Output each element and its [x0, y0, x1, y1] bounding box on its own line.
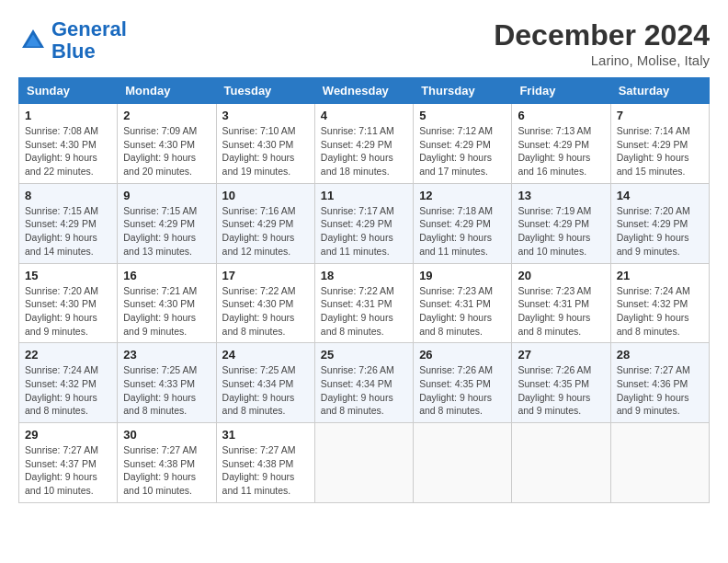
day-number: 11	[321, 189, 407, 202]
day-number: 21	[617, 269, 703, 282]
day-info: Sunrise: 7:10 AMSunset: 4:30 PMDaylight:…	[222, 124, 309, 178]
page-header: General Blue December 2024 Larino, Molis…	[18, 18, 710, 68]
day-number: 5	[419, 109, 506, 122]
day-info: Sunrise: 7:16 AMSunset: 4:29 PMDaylight:…	[222, 204, 309, 259]
day-cell-23: 23 Sunrise: 7:25 AMSunset: 4:33 PMDaylig…	[118, 343, 216, 423]
day-cell-1: 1 Sunrise: 7:08 AMSunset: 4:30 PMDayligh…	[19, 104, 118, 184]
day-number: 13	[518, 189, 604, 202]
day-cell-10: 10 Sunrise: 7:16 AMSunset: 4:29 PMDaylig…	[216, 183, 314, 263]
day-info: Sunrise: 7:24 AMSunset: 4:32 PMDaylight:…	[25, 363, 111, 418]
day-number: 30	[123, 428, 210, 442]
day-cell-8: 8 Sunrise: 7:15 AMSunset: 4:29 PMDayligh…	[19, 183, 118, 263]
day-number: 10	[222, 189, 309, 202]
day-info: Sunrise: 7:12 AMSunset: 4:29 PMDaylight:…	[419, 124, 506, 178]
weekday-header-row: Sunday Monday Tuesday Wednesday Thursday…	[19, 78, 710, 104]
day-info: Sunrise: 7:24 AMSunset: 4:32 PMDaylight:…	[617, 284, 703, 339]
calendar-row-1: 1 Sunrise: 7:08 AMSunset: 4:30 PMDayligh…	[19, 104, 710, 184]
calendar-row-4: 22 Sunrise: 7:24 AMSunset: 4:32 PMDaylig…	[19, 343, 710, 423]
day-number: 18	[321, 269, 407, 282]
day-cell-22: 22 Sunrise: 7:24 AMSunset: 4:32 PMDaylig…	[19, 343, 118, 423]
day-info: Sunrise: 7:22 AMSunset: 4:30 PMDaylight:…	[222, 284, 309, 339]
day-number: 14	[617, 189, 703, 202]
calendar-row-3: 15 Sunrise: 7:20 AMSunset: 4:30 PMDaylig…	[19, 263, 710, 343]
day-number: 15	[25, 269, 111, 282]
day-info: Sunrise: 7:26 AMSunset: 4:34 PMDaylight:…	[321, 363, 407, 418]
day-cell-20: 20 Sunrise: 7:23 AMSunset: 4:31 PMDaylig…	[512, 263, 610, 343]
day-cell-4: 4 Sunrise: 7:11 AMSunset: 4:29 PMDayligh…	[314, 104, 413, 184]
day-number: 12	[419, 189, 506, 202]
day-info: Sunrise: 7:22 AMSunset: 4:31 PMDaylight:…	[321, 284, 407, 339]
logo-icon	[18, 26, 48, 55]
day-info: Sunrise: 7:25 AMSunset: 4:33 PMDaylight:…	[123, 363, 210, 418]
day-number: 16	[123, 269, 210, 282]
day-number: 23	[123, 348, 210, 362]
day-info: Sunrise: 7:26 AMSunset: 4:35 PMDaylight:…	[419, 363, 506, 418]
day-cell-14: 14 Sunrise: 7:20 AMSunset: 4:29 PMDaylig…	[610, 183, 709, 263]
empty-cell	[512, 423, 610, 503]
day-number: 29	[25, 428, 111, 442]
day-number: 19	[419, 269, 506, 282]
day-cell-12: 12 Sunrise: 7:18 AMSunset: 4:29 PMDaylig…	[414, 183, 512, 263]
day-info: Sunrise: 7:27 AMSunset: 4:38 PMDaylight:…	[222, 443, 309, 498]
day-info: Sunrise: 7:27 AMSunset: 4:36 PMDaylight:…	[617, 363, 703, 418]
header-monday: Monday	[118, 78, 216, 104]
calendar-table: Sunday Monday Tuesday Wednesday Thursday…	[18, 77, 710, 503]
day-cell-26: 26 Sunrise: 7:26 AMSunset: 4:35 PMDaylig…	[414, 343, 512, 423]
day-number: 28	[617, 348, 703, 362]
day-info: Sunrise: 7:23 AMSunset: 4:31 PMDaylight:…	[419, 284, 506, 339]
day-cell-24: 24 Sunrise: 7:25 AMSunset: 4:34 PMDaylig…	[216, 343, 314, 423]
day-info: Sunrise: 7:15 AMSunset: 4:29 PMDaylight:…	[25, 204, 111, 259]
location-subtitle: Larino, Molise, Italy	[494, 52, 710, 68]
day-number: 8	[25, 189, 111, 202]
day-number: 22	[25, 348, 111, 362]
day-cell-29: 29 Sunrise: 7:27 AMSunset: 4:37 PMDaylig…	[19, 423, 118, 503]
day-number: 4	[321, 109, 407, 122]
day-number: 27	[518, 348, 604, 362]
empty-cell	[314, 423, 413, 503]
day-number: 1	[25, 109, 111, 122]
day-cell-5: 5 Sunrise: 7:12 AMSunset: 4:29 PMDayligh…	[414, 104, 512, 184]
day-number: 3	[222, 109, 309, 122]
header-thursday: Thursday	[414, 78, 512, 104]
empty-cell	[414, 423, 512, 503]
day-info: Sunrise: 7:20 AMSunset: 4:29 PMDaylight:…	[617, 204, 703, 259]
day-cell-16: 16 Sunrise: 7:21 AMSunset: 4:30 PMDaylig…	[118, 263, 216, 343]
day-cell-21: 21 Sunrise: 7:24 AMSunset: 4:32 PMDaylig…	[610, 263, 709, 343]
day-cell-6: 6 Sunrise: 7:13 AMSunset: 4:29 PMDayligh…	[512, 104, 610, 184]
day-cell-25: 25 Sunrise: 7:26 AMSunset: 4:34 PMDaylig…	[314, 343, 413, 423]
day-cell-17: 17 Sunrise: 7:22 AMSunset: 4:30 PMDaylig…	[216, 263, 314, 343]
header-wednesday: Wednesday	[314, 78, 413, 104]
day-info: Sunrise: 7:23 AMSunset: 4:31 PMDaylight:…	[518, 284, 604, 339]
day-number: 20	[518, 269, 604, 282]
day-number: 2	[123, 109, 210, 122]
day-info: Sunrise: 7:08 AMSunset: 4:30 PMDaylight:…	[25, 124, 111, 178]
day-cell-31: 31 Sunrise: 7:27 AMSunset: 4:38 PMDaylig…	[216, 423, 314, 503]
day-info: Sunrise: 7:11 AMSunset: 4:29 PMDaylight:…	[321, 124, 407, 178]
day-info: Sunrise: 7:21 AMSunset: 4:30 PMDaylight:…	[123, 284, 210, 339]
header-sunday: Sunday	[19, 78, 118, 104]
header-saturday: Saturday	[610, 78, 709, 104]
day-number: 9	[123, 189, 210, 202]
day-cell-7: 7 Sunrise: 7:14 AMSunset: 4:29 PMDayligh…	[610, 104, 709, 184]
day-info: Sunrise: 7:18 AMSunset: 4:29 PMDaylight:…	[419, 204, 506, 259]
day-cell-18: 18 Sunrise: 7:22 AMSunset: 4:31 PMDaylig…	[314, 263, 413, 343]
day-cell-3: 3 Sunrise: 7:10 AMSunset: 4:30 PMDayligh…	[216, 104, 314, 184]
day-cell-13: 13 Sunrise: 7:19 AMSunset: 4:29 PMDaylig…	[512, 183, 610, 263]
day-info: Sunrise: 7:20 AMSunset: 4:30 PMDaylight:…	[25, 284, 111, 339]
empty-cell	[610, 423, 709, 503]
day-info: Sunrise: 7:26 AMSunset: 4:35 PMDaylight:…	[518, 363, 604, 418]
day-number: 6	[518, 109, 604, 122]
day-info: Sunrise: 7:25 AMSunset: 4:34 PMDaylight:…	[222, 363, 309, 418]
day-info: Sunrise: 7:27 AMSunset: 4:38 PMDaylight:…	[123, 443, 210, 498]
logo-text: General Blue	[51, 18, 127, 63]
day-number: 7	[617, 109, 703, 122]
day-cell-15: 15 Sunrise: 7:20 AMSunset: 4:30 PMDaylig…	[19, 263, 118, 343]
day-number: 17	[222, 269, 309, 282]
calendar-row-5: 29 Sunrise: 7:27 AMSunset: 4:37 PMDaylig…	[19, 423, 710, 503]
day-number: 31	[222, 428, 309, 442]
day-cell-27: 27 Sunrise: 7:26 AMSunset: 4:35 PMDaylig…	[512, 343, 610, 423]
day-cell-28: 28 Sunrise: 7:27 AMSunset: 4:36 PMDaylig…	[610, 343, 709, 423]
day-cell-30: 30 Sunrise: 7:27 AMSunset: 4:38 PMDaylig…	[118, 423, 216, 503]
day-info: Sunrise: 7:15 AMSunset: 4:29 PMDaylight:…	[123, 204, 210, 259]
day-number: 26	[419, 348, 506, 362]
